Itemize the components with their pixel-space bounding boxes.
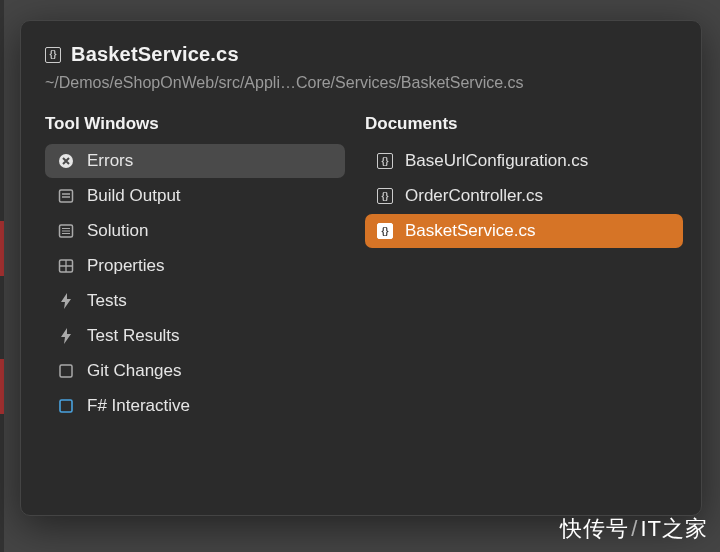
svg-rect-12 bbox=[60, 400, 72, 412]
bolt-icon bbox=[57, 327, 75, 345]
tool-window-build-output[interactable]: Build Output bbox=[45, 179, 345, 213]
tool-window-tests[interactable]: Tests bbox=[45, 284, 345, 318]
item-label: F# Interactive bbox=[87, 396, 190, 416]
editor-gutter bbox=[0, 0, 4, 552]
document-item-selected[interactable]: {} BasketService.cs bbox=[365, 214, 683, 248]
tool-window-git-changes[interactable]: Git Changes bbox=[45, 354, 345, 388]
git-icon bbox=[57, 362, 75, 380]
header: {} BasketService.cs bbox=[45, 43, 683, 66]
solution-icon bbox=[57, 222, 75, 240]
svg-rect-11 bbox=[60, 365, 72, 377]
item-label: Test Results bbox=[87, 326, 180, 346]
file-code-icon: {} bbox=[45, 47, 61, 63]
item-label: Build Output bbox=[87, 186, 181, 206]
tool-window-errors[interactable]: Errors bbox=[45, 144, 345, 178]
watermark: 快传号/IT之家 bbox=[560, 514, 708, 544]
item-label: BasketService.cs bbox=[405, 221, 535, 241]
tool-window-solution[interactable]: Solution bbox=[45, 214, 345, 248]
file-code-icon: {} bbox=[377, 188, 393, 204]
watermark-right: IT之家 bbox=[640, 516, 708, 541]
switcher-panel: {} BasketService.cs ~/Demos/eShopOnWeb/s… bbox=[20, 20, 702, 516]
item-label: Git Changes bbox=[87, 361, 182, 381]
tool-windows-column: Tool Windows Errors Build Output bbox=[45, 114, 345, 507]
documents-heading: Documents bbox=[365, 114, 683, 134]
item-label: Tests bbox=[87, 291, 127, 311]
tool-window-test-results[interactable]: Test Results bbox=[45, 319, 345, 353]
tool-window-fsharp-interactive[interactable]: F# Interactive bbox=[45, 389, 345, 423]
file-code-icon: {} bbox=[377, 153, 393, 169]
item-label: Errors bbox=[87, 151, 133, 171]
properties-icon bbox=[57, 257, 75, 275]
fsharp-icon bbox=[57, 397, 75, 415]
current-file-title: BasketService.cs bbox=[71, 43, 239, 66]
bolt-icon bbox=[57, 292, 75, 310]
item-label: Solution bbox=[87, 221, 148, 241]
document-item[interactable]: {} OrderController.cs bbox=[365, 179, 683, 213]
item-label: BaseUrlConfiguration.cs bbox=[405, 151, 588, 171]
tool-windows-heading: Tool Windows bbox=[45, 114, 345, 134]
item-label: OrderController.cs bbox=[405, 186, 543, 206]
output-icon bbox=[57, 187, 75, 205]
item-label: Properties bbox=[87, 256, 164, 276]
document-item[interactable]: {} BaseUrlConfiguration.cs bbox=[365, 144, 683, 178]
error-icon bbox=[57, 152, 75, 170]
svg-rect-1 bbox=[60, 190, 73, 202]
tool-window-properties[interactable]: Properties bbox=[45, 249, 345, 283]
watermark-left: 快传号 bbox=[560, 516, 629, 541]
documents-list: {} BaseUrlConfiguration.cs {} OrderContr… bbox=[365, 144, 683, 248]
tool-windows-list: Errors Build Output Solution bbox=[45, 144, 345, 423]
file-code-icon: {} bbox=[377, 223, 393, 239]
current-file-path: ~/Demos/eShopOnWeb/src/Appli…Core/Servic… bbox=[45, 74, 683, 92]
documents-column: Documents {} BaseUrlConfiguration.cs {} … bbox=[365, 114, 683, 507]
